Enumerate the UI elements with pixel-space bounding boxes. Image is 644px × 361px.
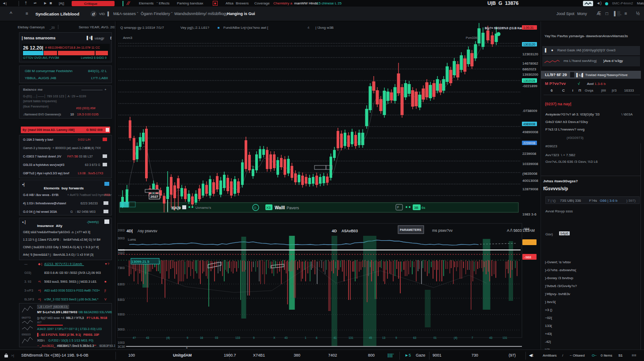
svg-text:9: 9	[253, 336, 255, 339]
svg-text:63: 63	[413, 336, 417, 339]
svg-text:-0221899: -0221899	[522, 84, 537, 88]
svg-text:4989008: 4989008	[523, 123, 535, 126]
svg-text:133: 133	[235, 336, 240, 339]
svg-text:6s: 6s	[422, 206, 425, 210]
svg-text:X: X	[273, 336, 276, 339]
svg-text:030223: 030223	[22, 333, 31, 336]
svg-text:3B: 3B	[414, 206, 418, 210]
svg-text:43: 43	[284, 336, 288, 339]
svg-text:(9835008: (9835008	[522, 172, 537, 176]
svg-text:12879008: 12879008	[522, 187, 538, 191]
svg-text:Asy pswvsv: Asy pswvsv	[138, 229, 157, 233]
svg-text:6862023: 6862023	[522, 67, 537, 71]
svg-text:131: 131	[502, 336, 507, 339]
svg-text:(4): (4)	[454, 336, 457, 340]
svg-text:13099-21.5: 13099-21.5	[131, 260, 150, 264]
svg-text:12303120: 12303120	[522, 52, 538, 56]
svg-text:03: 03	[215, 336, 218, 339]
svg-text:1302028: 1302028	[523, 79, 535, 82]
svg-text:(4): (4)	[166, 336, 170, 340]
svg-text:PARAMETERS: PARAMETERS	[400, 228, 422, 231]
svg-text:1303120: 1303120	[523, 43, 535, 46]
svg-text:F: F	[397, 206, 399, 209]
svg-text:Uvnamo's: Uvnamo's	[196, 206, 211, 210]
svg-text:49890008: 49890008	[522, 130, 538, 134]
svg-text:060773: 060773	[22, 316, 31, 319]
svg-text:B(y?+ tW32/6%9 @3.B Kam3: B(y?+ tW32/6%9 @3.B Kam3	[485, 27, 525, 30]
svg-text:6: 6	[316, 336, 318, 339]
svg-text:131: 131	[349, 336, 353, 339]
svg-text:A5AvB03: A5AvB03	[341, 229, 358, 233]
svg-text:1.00.31: 1.00.31	[523, 26, 533, 29]
svg-text:10339008: 10339008	[522, 162, 538, 166]
svg-text:1: 1	[305, 336, 307, 339]
svg-text:9: 9	[395, 336, 397, 339]
svg-text:2239008: 2239008	[523, 142, 535, 145]
svg-text:Pavers: Pavers	[287, 206, 299, 210]
svg-text:41: 41	[334, 336, 337, 339]
svg-text:13: 13	[382, 336, 386, 339]
svg-text:X3: X3	[266, 206, 271, 210]
svg-text:ms pswv?vv: ms pswv?vv	[432, 228, 453, 233]
svg-text:7303: 7303	[118, 266, 125, 269]
svg-text:A /\ 5603 L63AM: A /\ 5603 L63AM	[507, 228, 535, 233]
svg-text:16: 16	[200, 336, 203, 339]
svg-text:Lums: Lums	[128, 238, 136, 242]
svg-text:3|A|9: 3|A|9	[171, 206, 181, 210]
svg-text:43: 43	[489, 336, 493, 339]
svg-text:3003: 3003	[118, 328, 125, 331]
svg-text:7: 7	[472, 336, 473, 339]
svg-text:+: +	[186, 346, 188, 349]
svg-text:4D: 4D	[332, 229, 337, 233]
svg-text:3C30: 3C30	[118, 345, 125, 348]
svg-text:01: 01	[433, 336, 437, 339]
svg-text:-988: -988	[524, 255, 532, 259]
svg-text:3003: 3003	[118, 237, 125, 240]
svg-text:Pvm3393: Pvm3393	[466, 36, 479, 39]
svg-text:14678062: 14678062	[522, 61, 538, 65]
svg-text:1983 3-6: 1983 3-6	[522, 212, 537, 216]
svg-text:5303: 5303	[118, 298, 125, 301]
svg-text:WallI: WallI	[275, 205, 285, 210]
svg-text:1003: 1003	[118, 341, 125, 344]
svg-text:9: 9	[187, 336, 188, 339]
svg-text:4?: 4?	[133, 336, 136, 339]
svg-text:43: 43	[146, 336, 150, 339]
svg-text:.0738009: .0738009	[522, 109, 537, 113]
svg-text:2003: 2003	[118, 229, 125, 232]
svg-text:13930200: 13930200	[522, 73, 538, 77]
svg-text:4D|: 4D|	[126, 229, 133, 233]
svg-text:O: O	[254, 206, 257, 209]
svg-text:2027: 2027	[150, 195, 158, 199]
svg-text:45: 45	[369, 336, 372, 339]
svg-text:40013008: 40013008	[522, 179, 538, 183]
svg-text:2239008: 2239008	[522, 152, 537, 156]
